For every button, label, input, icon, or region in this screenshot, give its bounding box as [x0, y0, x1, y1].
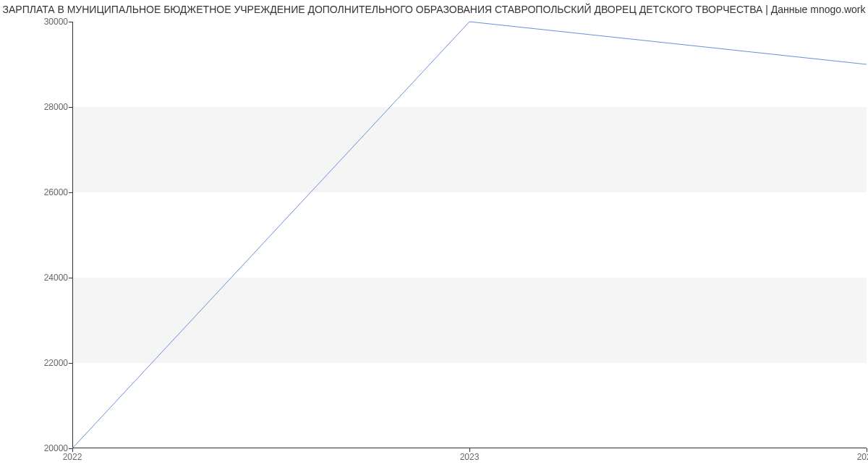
y-tick [69, 363, 72, 364]
y-tick [69, 22, 72, 22]
y-tick-label: 28000 [3, 102, 68, 112]
x-tick-label: 2023 [460, 452, 480, 462]
x-tick-label: 2024 [857, 452, 868, 462]
chart-container: ЗАРПЛАТА В МУНИЦИПАЛЬНОЕ БЮДЖЕТНОЕ УЧРЕЖ… [0, 0, 868, 470]
y-tick [69, 278, 72, 278]
x-tick [469, 448, 470, 452]
y-tick [69, 107, 72, 108]
x-tick [867, 448, 867, 452]
x-tick-label: 2022 [63, 452, 82, 462]
chart-title: ЗАРПЛАТА В МУНИЦИПАЛЬНОЕ БЮДЖЕТНОЕ УЧРЕЖ… [0, 4, 868, 15]
y-tick-label: 24000 [3, 273, 68, 283]
y-tick-label: 20000 [3, 443, 68, 453]
y-tick-label: 22000 [3, 358, 68, 368]
x-tick [72, 448, 73, 452]
y-tick-label: 30000 [3, 17, 68, 27]
chart-line [72, 22, 867, 448]
y-tick-label: 26000 [3, 187, 68, 197]
y-tick [69, 192, 72, 193]
